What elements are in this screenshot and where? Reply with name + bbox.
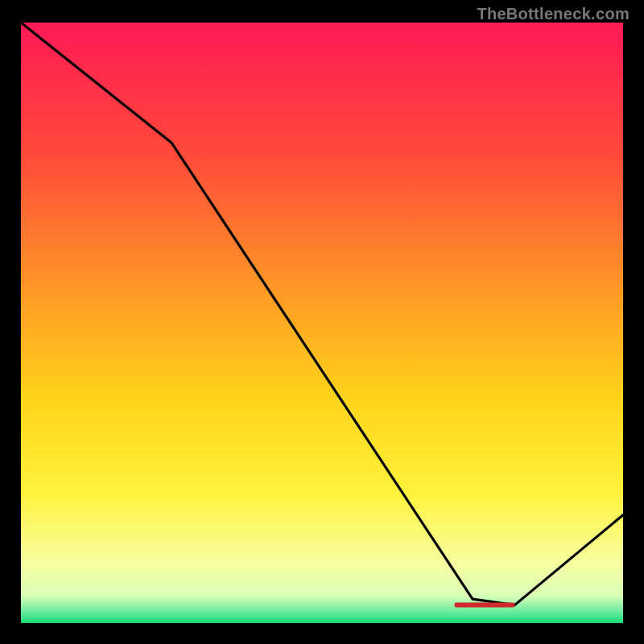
chart-stage: TheBottleneck.com [0,0,644,644]
chart-canvas [0,0,644,644]
plot-background [21,23,623,623]
min-marker [455,603,515,608]
watermark-text: TheBottleneck.com [477,5,630,23]
